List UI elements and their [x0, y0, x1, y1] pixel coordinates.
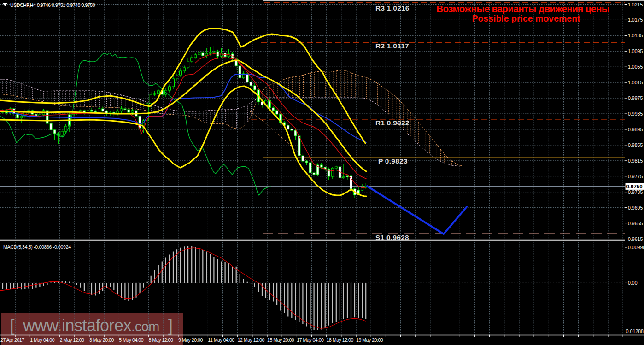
svg-text:Возможные варианты движения це: Возможные варианты движения цены	[436, 3, 609, 14]
svg-text:0.9655: 0.9655	[628, 221, 643, 226]
svg-text:0.9750: 0.9750	[626, 184, 642, 189]
svg-text:2 May 12:00: 2 May 12:00	[60, 337, 84, 343]
svg-text:P 0.9823: P 0.9823	[378, 157, 408, 165]
svg-text:R2 1.0117: R2 1.0117	[375, 42, 409, 50]
svg-text:11 May 04:00: 11 May 04:00	[208, 337, 234, 343]
svg-text:0.9775: 0.9775	[628, 174, 643, 179]
svg-text:1.0055: 1.0055	[628, 64, 643, 70]
svg-text:5 May 04:00: 5 May 04:00	[119, 337, 143, 343]
svg-text:0.9935: 0.9935	[628, 111, 643, 117]
svg-text:R3 1.0216: R3 1.0216	[375, 4, 410, 12]
svg-text:19 May 20:00: 19 May 20:00	[356, 337, 383, 343]
svg-text:R1 0.9922: R1 0.9922	[375, 119, 410, 127]
svg-text:1.0215: 1.0215	[628, 2, 643, 7]
svg-text:0.9975: 0.9975	[628, 95, 643, 101]
svg-text:0.00998: 0.00998	[628, 245, 644, 250]
svg-text:0.00: 0.00	[628, 280, 638, 286]
svg-text:0.9735: 0.9735	[628, 189, 643, 195]
svg-text:0.9815: 0.9815	[628, 158, 643, 164]
svg-text:15 May 20:00: 15 May 20:00	[267, 337, 294, 343]
svg-text:0.9615: 0.9615	[628, 236, 643, 242]
svg-text:9 May 20:00: 9 May 20:00	[178, 337, 203, 343]
svg-text:S1 0.9628: S1 0.9628	[375, 234, 409, 241]
svg-text:1.0095: 1.0095	[628, 48, 643, 54]
svg-text:12 May 12:00: 12 May 12:00	[238, 337, 265, 343]
svg-text:USDCHF,H4 0.9746 0.9751 0.974: USDCHF,H4 0.9746 0.9751 0.9740 0.9750	[10, 2, 95, 8]
svg-text:17 May 04:00: 17 May 04:00	[297, 337, 324, 343]
svg-text:1 May 04:00: 1 May 04:00	[30, 337, 54, 343]
svg-text:0.9855: 0.9855	[628, 142, 643, 148]
svg-text:3 May 20:00: 3 May 20:00	[89, 337, 114, 343]
svg-text:0.9895: 0.9895	[628, 127, 643, 132]
svg-text:1.0175: 1.0175	[628, 17, 643, 23]
svg-text:[ www.instaforex.com ]: [ www.instaforex.com ]	[10, 316, 173, 335]
svg-text:18 May 12:00: 18 May 12:00	[327, 337, 354, 343]
svg-text:8 May 12:00: 8 May 12:00	[149, 337, 173, 343]
svg-text:MACD(5,34,5) -0.00866 -0.00924: MACD(5,34,5) -0.00866 -0.00924	[3, 244, 71, 250]
svg-text:27 Apr 2017: 27 Apr 2017	[0, 337, 24, 343]
svg-text:-0.01288: -0.01288	[624, 328, 644, 334]
svg-text:1.0135: 1.0135	[628, 33, 643, 38]
svg-text:1.0015: 1.0015	[628, 80, 643, 85]
svg-text:Possible price movement: Possible price movement	[472, 13, 580, 23]
svg-text:0.9695: 0.9695	[628, 205, 643, 211]
